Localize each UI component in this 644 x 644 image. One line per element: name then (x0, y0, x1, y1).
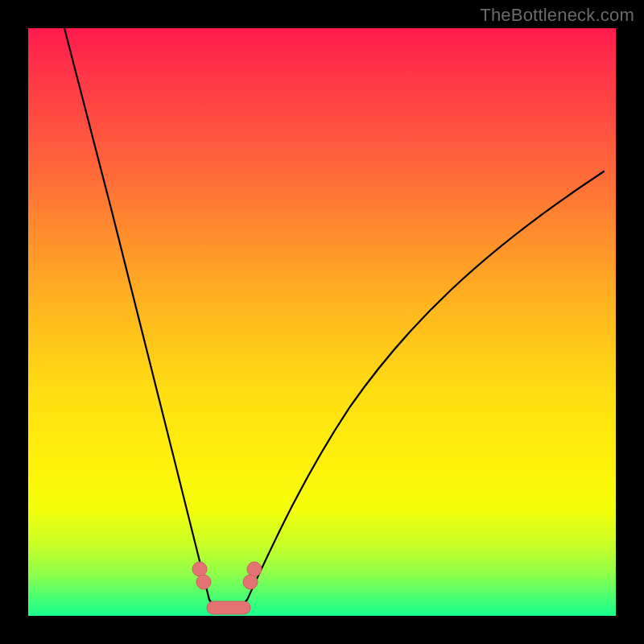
bead-bar-bottom (207, 601, 250, 614)
plot-area (28, 28, 616, 616)
svg-point-3 (243, 575, 258, 589)
left-curve (64, 28, 209, 600)
watermark-text: TheBottleneck.com (480, 5, 634, 26)
chart-svg (28, 28, 616, 616)
right-curve (247, 171, 604, 600)
outer-frame: TheBottleneck.com (0, 0, 644, 644)
svg-point-0 (192, 562, 207, 576)
bead-cluster-left (192, 562, 211, 589)
svg-point-2 (247, 562, 262, 576)
svg-point-1 (196, 575, 211, 589)
